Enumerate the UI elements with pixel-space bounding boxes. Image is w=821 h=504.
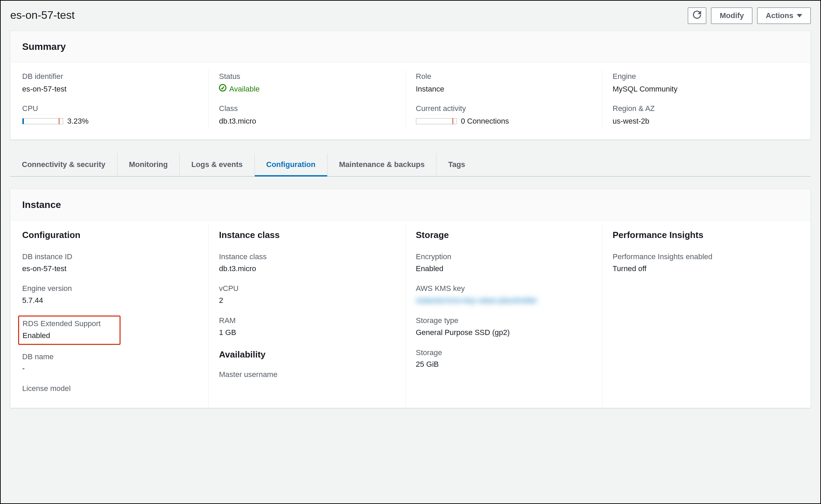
storage-value: 25 GiB	[416, 359, 592, 370]
tab-configuration[interactable]: Configuration	[255, 153, 328, 176]
modify-button[interactable]: Modify	[711, 8, 752, 24]
class-label: Class	[219, 103, 395, 114]
encryption-value: Enabled	[416, 264, 592, 274]
storage-title: Storage	[416, 229, 592, 241]
master-username-label: Master username	[219, 369, 395, 380]
modify-button-label: Modify	[720, 11, 744, 20]
encryption-label: Encryption	[416, 252, 592, 262]
performance-insights-title: Performance Insights	[613, 229, 789, 241]
page-title: es-on-57-test	[10, 8, 75, 23]
status-label: Status	[219, 71, 395, 82]
activity-label: Current activity	[416, 103, 592, 114]
tab-monitoring[interactable]: Monitoring	[117, 153, 180, 176]
status-text: Available	[229, 84, 260, 95]
tab-maintenance-backups[interactable]: Maintenance & backups	[328, 153, 437, 176]
tab-logs-events[interactable]: Logs & events	[180, 153, 254, 176]
engine-value: MySQL Community	[613, 84, 789, 95]
instance-card: Instance Configuration DB instance ID es…	[10, 189, 811, 408]
instance-class-title: Instance class	[219, 229, 395, 241]
db-name-label: DB name	[22, 352, 198, 362]
class-value: db.t3.micro	[219, 116, 395, 127]
license-model-label: License model	[22, 383, 198, 394]
ram-value: 1 GB	[219, 327, 395, 338]
storage-label: Storage	[416, 348, 592, 358]
summary-heading: Summary	[22, 40, 799, 53]
status-value: Available	[219, 84, 260, 95]
refresh-button[interactable]	[688, 8, 706, 24]
kms-key-label: AWS KMS key	[416, 283, 592, 294]
cpu-label: CPU	[22, 103, 198, 114]
instance-class-value: db.t3.micro	[219, 264, 395, 274]
pi-enabled-value: Turned off	[613, 264, 789, 274]
instance-heading: Instance	[22, 198, 799, 211]
actions-button-label: Actions	[766, 11, 793, 20]
refresh-icon	[693, 11, 701, 21]
activity-value: 0 Connections	[461, 116, 509, 127]
actions-button[interactable]: Actions	[757, 8, 811, 24]
role-value: Instance	[416, 84, 592, 95]
db-name-value: -	[22, 363, 198, 374]
rds-extended-support-value: Enabled	[23, 331, 116, 341]
summary-card: Summary DB identifier es-on-57-test CPU …	[10, 31, 811, 140]
tab-tags[interactable]: Tags	[436, 153, 477, 176]
storage-type-label: Storage type	[416, 316, 592, 326]
region-label: Region & AZ	[613, 103, 789, 114]
engine-version-label: Engine version	[22, 283, 198, 294]
instance-class-label: Instance class	[219, 252, 395, 262]
engine-label: Engine	[613, 71, 789, 82]
region-value: us-west-2b	[613, 116, 789, 127]
caret-down-icon	[797, 14, 802, 17]
ram-label: RAM	[219, 316, 395, 326]
storage-type-value: General Purpose SSD (gp2)	[416, 327, 592, 338]
db-instance-id-value: es-on-57-test	[22, 264, 198, 274]
engine-version-value: 5.7.44	[22, 295, 198, 306]
tabs: Connectivity & security Monitoring Logs …	[10, 153, 811, 177]
db-instance-id-label: DB instance ID	[22, 252, 198, 262]
vcpu-value: 2	[219, 295, 395, 306]
configuration-title: Configuration	[22, 229, 198, 241]
kms-key-value: redacted-kms-key-value-placeholder	[416, 295, 592, 306]
cpu-gauge: 3.23%	[22, 116, 88, 127]
pi-enabled-label: Performance Insights enabled	[613, 252, 789, 262]
header-actions: Modify Actions	[688, 8, 811, 24]
vcpu-label: vCPU	[219, 283, 395, 294]
activity-gauge: 0 Connections	[416, 116, 509, 127]
db-identifier-label: DB identifier	[22, 71, 198, 82]
rds-extended-support-highlight: RDS Extended Support Enabled	[18, 316, 121, 345]
check-circle-icon	[219, 84, 226, 95]
db-identifier-value: es-on-57-test	[22, 84, 198, 95]
role-label: Role	[416, 71, 592, 82]
cpu-percent-text: 3.23%	[67, 116, 88, 127]
rds-extended-support-label: RDS Extended Support	[23, 319, 116, 329]
tab-connectivity[interactable]: Connectivity & security	[10, 153, 117, 176]
availability-title: Availability	[219, 348, 395, 361]
